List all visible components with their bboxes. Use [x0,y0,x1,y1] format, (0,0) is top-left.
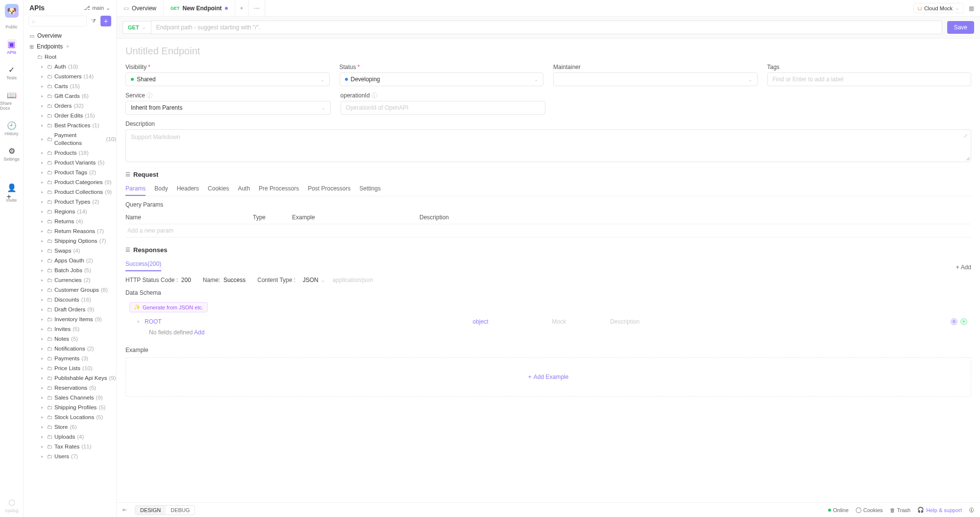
operationid-input[interactable] [346,104,540,111]
rail-tests[interactable]: ✓Tests [0,63,23,82]
tree-folder[interactable]: ▸🗀Discounts (16) [24,295,116,305]
tree-folder[interactable]: ▸🗀Store (6) [24,422,116,432]
endpoint-title[interactable]: Untitled Endpoint [125,46,971,57]
subtab-cookies[interactable]: Cookies [208,182,229,196]
resp-name-value[interactable]: Success [223,277,245,283]
tree-folder[interactable]: ▸🗀Gift Cards (6) [24,91,116,101]
tree-folder[interactable]: ▸🗀Products (18) [24,148,116,158]
tree-folder[interactable]: ▸🗀Stock Locations (5) [24,412,116,422]
subtab-params[interactable]: Params [125,182,146,196]
tree-folder[interactable]: ▸🗀Apps Oauth (2) [24,256,116,265]
cookies-button[interactable]: ◯Cookies [856,507,883,513]
tree-folder[interactable]: ▸🗀Regions (14) [24,207,116,216]
rail-history[interactable]: 🕘History [0,118,23,138]
schema-root-row[interactable]: ▾ ROOT object Mock Description ⚙+ [125,316,971,327]
plus-small-icon[interactable]: + [66,43,69,50]
new-tab-button[interactable]: + [235,0,249,16]
expand-icon[interactable]: ⤢ [963,133,968,139]
tree-folder[interactable]: ▸🗀Tax Rates (11) [24,442,116,451]
trash-button[interactable]: 🗑Trash [890,507,911,513]
tree-folder[interactable]: ▸🗀Sales Channels (9) [24,393,116,402]
visibility-select[interactable]: Shared⌄ [125,72,330,86]
tree-folder[interactable]: ▸🗀Best Practices (1) [24,120,116,130]
tree-folder[interactable]: ▸🗀Shipping Profiles (5) [24,402,116,412]
tree-folder[interactable]: ▸🗀Product Tags (2) [24,167,116,177]
tree-folder[interactable]: ▸🗀Auth (10) [24,62,116,71]
description-input[interactable] [131,134,966,156]
tree-folder[interactable]: ▸🗀Shipping Options (7) [24,236,116,246]
search-input[interactable] [35,18,83,24]
tree-folder[interactable]: ▸🗀Customer Groups (8) [24,285,116,295]
help-button[interactable]: 🎧Help & support [917,507,962,513]
rail-invite[interactable]: 👤+Invite [0,185,23,205]
rail-settings[interactable]: ⚙Settings [0,144,23,164]
tree-folder[interactable]: ▸🗀Payments (3) [24,353,116,363]
tags-input-wrap[interactable] [767,72,972,86]
response-tab-success[interactable]: Success(200) [125,258,161,271]
tree-folder[interactable]: ▸🗀Draft Orders (9) [24,305,116,314]
tags-input[interactable] [773,76,966,83]
online-status[interactable]: Online [828,507,849,513]
http-status-value[interactable]: 200 [181,277,191,283]
method-select[interactable]: GET⌄ [122,21,151,34]
tree-folder[interactable]: ▸🗀Product Variants (5) [24,158,116,167]
tree-folder[interactable]: ▸🗀Publishable Api Keys (9) [24,373,116,383]
generate-from-json-button[interactable]: ✨Generate from JSON etc. [129,302,208,312]
search-input-wrap[interactable]: ⌕ [28,16,87,26]
rail-apis[interactable]: ▣APIs [0,37,23,57]
sidebar-endpoints[interactable]: ⊞Endpoints+ [24,41,116,52]
tree-folder[interactable]: ▸🗀Return Reasons (7) [24,226,116,236]
tree-folder[interactable]: ▸🗀Orders (32) [24,101,116,111]
tree-folder[interactable]: ▸🗀Inventory Items (9) [24,314,116,324]
status-select[interactable]: Developing⌄ [340,72,544,86]
schema-root-type[interactable]: object [472,318,488,325]
tree-folder[interactable]: ▸🗀Users (7) [24,451,116,461]
subtab-settings[interactable]: Settings [360,182,381,196]
tree-folder[interactable]: ▸🗀Product Collections (9) [24,187,116,197]
app-logo[interactable]: 🐶 [5,4,19,18]
tree-folder[interactable]: ▸🗀Notifications (2) [24,344,116,353]
description-box[interactable]: ⤢ ◢ [125,129,971,162]
cloud-mock-button[interactable]: Cloud Mock⌄ [913,3,964,13]
tab-new-endpoint[interactable]: GETNew Endpoint [164,0,235,16]
schema-add-icon[interactable]: + [960,318,967,325]
rail-share-docs[interactable]: 📖Share Docs [0,88,23,113]
tree-folder[interactable]: ▸🗀Returns (4) [24,216,116,226]
url-input-wrap[interactable] [151,21,942,34]
resize-handle-icon[interactable]: ◢ [966,155,970,161]
operationid-input-wrap[interactable] [341,101,546,115]
tree-folder[interactable]: ▸🗀Order Edits (15) [24,111,116,120]
add-button[interactable]: + [100,16,111,26]
tree-folder[interactable]: ▸🗀Uploads (4) [24,432,116,442]
tree-folder[interactable]: ▸🗀Invites (5) [24,324,116,334]
add-example-button[interactable]: +Add Example [528,374,568,380]
tree-folder[interactable]: ▸🗀Carts (15) [24,81,116,91]
info-icon[interactable]: i [147,93,152,98]
collapse-panel-icon[interactable]: ⇤ [122,507,127,513]
tab-more-button[interactable]: ⋯ [249,0,265,16]
url-input[interactable] [156,24,937,31]
tree-root[interactable]: 🗀Root [24,52,116,62]
branch-selector[interactable]: ⎇main⌄ [84,5,110,11]
save-button[interactable]: Save [947,21,974,34]
tree-folder[interactable]: ▸🗀Batch Jobs (5) [24,265,116,275]
filter-button[interactable]: ⧩ [90,18,98,24]
tree-folder[interactable]: ▸🗀Reservations (5) [24,383,116,393]
tree-folder[interactable]: ▸🗀Customers (14) [24,71,116,81]
sidebar-overview[interactable]: ▭Overview [24,30,116,41]
add-response-button[interactable]: +Add [956,264,971,271]
tree-folder[interactable]: ▸🗀Notes (5) [24,334,116,344]
maintainer-select[interactable]: ⌄ [553,72,758,86]
mode-design[interactable]: DESIGN [135,506,166,515]
tab-overview[interactable]: ▭Overview [117,0,164,16]
tree-folder[interactable]: ▸🗀Price Lists (10) [24,363,116,373]
notifications-button[interactable]: 🛈 [969,507,974,513]
subtab-post-processors[interactable]: Post Processors [308,182,350,196]
tree-folder[interactable]: ▸🗀Product Types (2) [24,197,116,207]
subtab-body[interactable]: Body [154,182,168,196]
info-icon[interactable]: i [371,93,377,98]
add-param-row[interactable]: Add a new param [125,224,971,237]
subtab-auth[interactable]: Auth [238,182,250,196]
mode-debug[interactable]: DEBUG [166,506,195,515]
add-field-link[interactable]: Add [194,329,204,336]
